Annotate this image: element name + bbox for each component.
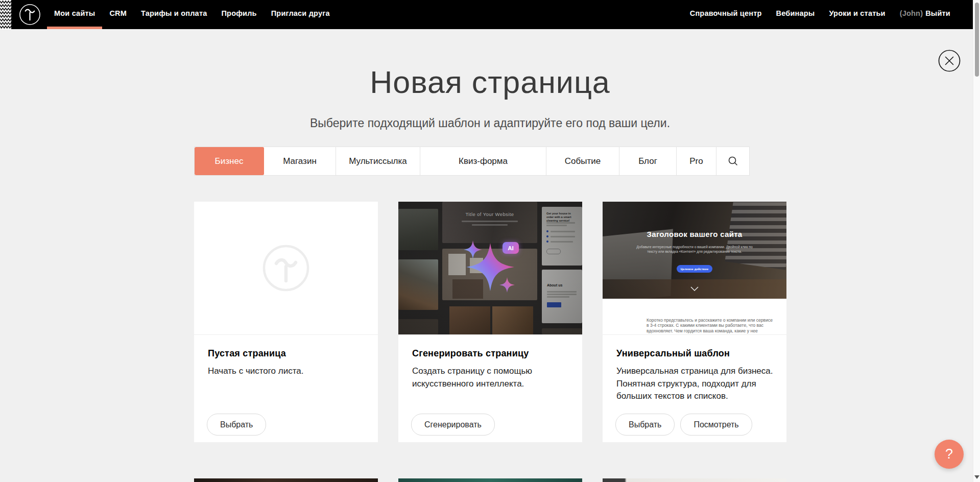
tab-quiz-form[interactable]: Квиз-форма [420,147,546,175]
universal-template-preview[interactable]: Заголовок вашего сайта Добавьте интересн… [603,202,786,334]
new-page-modal: Мои сайты CRM Тарифы и оплата Профиль Пр… [0,0,980,482]
choose-button[interactable]: Выбрать [615,414,675,436]
card-info: Сгенерировать страницу Создать страницу … [398,334,582,442]
nav-item-help-center[interactable]: Справочный центр [683,0,769,29]
scrollbar-down-arrow-icon[interactable] [974,475,979,479]
page-subtitle: Выберите подходящий шаблон и адаптируйте… [0,116,980,130]
ai-collage-preview[interactable]: Title of Your Website Get your house in … [398,202,582,334]
tab-event[interactable]: Событие [546,147,619,175]
card-title: Универсальный шаблон [616,348,773,359]
tab-multilink[interactable]: Мультиссылка [336,147,420,175]
template-card-blank: Пустая страница Начать с чистого листа. … [194,202,378,442]
nav-item-profile[interactable]: Профиль [214,0,264,29]
generate-button[interactable]: Сгенерировать [411,414,495,436]
main-menu: Мои сайты CRM Тарифы и оплата Профиль Пр… [47,0,337,29]
tilda-logo-icon[interactable] [19,4,41,26]
ai-badge: AI [503,242,519,254]
card-description: Начать с чистого листа. [208,365,365,378]
next-row-card-3[interactable] [603,478,786,482]
tab-business[interactable]: Бизнес [195,147,264,175]
card-info: Универсальный шаблон Универсальная стран… [603,334,786,442]
template-body-section: Коротко представьтесь и расскажите о ком… [603,299,786,334]
template-hero-subtitle: Добавьте интересные подробности о вашей … [633,245,756,254]
card-description: Универсальная страница для бизнеса. Поня… [616,365,773,403]
template-cta-button: Целевое действие [677,265,712,273]
card-title: Пустая страница [208,348,365,359]
logout-label: Выйти [925,9,950,17]
scrollbar[interactable] [973,0,980,482]
secondary-menu: Справочный центр Вебинары Уроки и статьи… [683,0,958,29]
nav-item-logout[interactable]: (John) Выйти [893,0,958,29]
page-title: Новая страница [0,64,980,100]
nav-item-my-sites[interactable]: Мои сайты [47,0,102,29]
card-info: Пустая страница Начать с чистого листа. … [194,334,378,442]
tab-shop[interactable]: Магазин [264,147,336,175]
view-button[interactable]: Посмотреть [680,414,752,436]
sparkle-tiny-icon [499,277,515,293]
user-name: (John) [900,9,923,17]
template-hero-section: Заголовок вашего сайта Добавьте интересн… [603,202,786,299]
card-title: Сгенерировать страницу [412,348,569,359]
next-row-card-1[interactable] [194,478,378,482]
tab-blog[interactable]: Блог [619,147,677,175]
zigzag-pattern-icon [0,0,11,30]
chevron-down-icon [690,286,699,291]
help-widget-button[interactable]: ? [935,440,964,469]
template-hero-title: Заголовок вашего сайта [603,230,786,238]
scrollbar-thumb[interactable] [975,3,979,77]
nav-item-lessons[interactable]: Уроки и статьи [822,0,892,29]
template-card-universal: Заголовок вашего сайта Добавьте интересн… [603,202,786,442]
template-category-tabs: Бизнес Магазин Мультиссылка Квиз-форма С… [194,147,750,176]
blank-page-preview[interactable] [194,202,378,334]
search-icon[interactable] [716,147,749,175]
tilda-watermark-icon [262,244,310,294]
nav-item-invite-friend[interactable]: Пригласи друга [264,0,337,29]
choose-button[interactable]: Выбрать [207,414,266,436]
template-card-ai-generate: Title of Your Website Get your house in … [398,202,582,442]
template-body-text: Коротко представьтесь и расскажите о ком… [647,318,775,334]
card-description: Создать страницу с помощью искусственног… [412,365,569,390]
top-navbar: Мои сайты CRM Тарифы и оплата Профиль Пр… [0,0,980,29]
next-row-card-2[interactable] [398,478,582,482]
nav-item-tariffs[interactable]: Тарифы и оплата [134,0,214,29]
nav-item-crm[interactable]: CRM [102,0,134,29]
nav-item-webinars[interactable]: Вебинары [769,0,822,29]
tab-pro[interactable]: Pro [677,147,716,175]
